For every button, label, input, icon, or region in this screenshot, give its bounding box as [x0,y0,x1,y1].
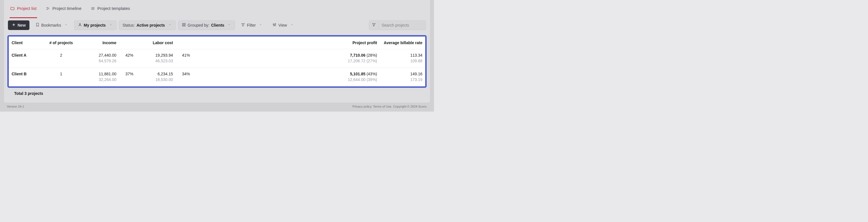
funnel-icon [241,23,245,28]
svg-rect-11 [182,25,183,26]
labor-sec: 18,530.00 [139,77,173,83]
status-filter-button[interactable]: Status: Active projects [119,21,176,30]
timeline-icon [45,6,50,11]
income-pct: 42% [119,49,136,68]
grouped-prefix: Grouped by: [188,23,210,28]
chevron-down-icon [290,23,294,28]
tab-label: Project templates [97,6,130,11]
svg-point-16 [274,25,275,26]
new-label: New [18,23,26,28]
terms-link[interactable]: Terms of Use. [373,105,392,108]
table-row[interactable]: Client B 1 11,881.00 32,264.00 37% 6,234… [9,68,425,87]
chevron-down-icon [227,23,231,28]
filter-button[interactable]: Filter [237,21,267,30]
profit-sec: 17,206.72 (27%) [335,58,377,64]
svg-rect-10 [184,24,185,25]
folder-icon [10,6,15,11]
main-panel: Project list Project timeline Project te… [4,0,430,102]
svg-rect-12 [184,25,185,26]
list-icon [91,6,95,11]
new-button[interactable]: New [8,21,29,30]
table-row[interactable]: Client A 2 27,440.00 64,579.26 42% 19,29… [9,49,425,68]
col-client[interactable]: Client [9,36,45,49]
projects-table: Client # of projects Income Labor cost P… [9,36,425,86]
income-sec: 64,579.26 [80,58,116,64]
plus-icon [11,23,16,28]
profit-main: 5,101.85 (43%) [335,71,377,77]
bookmark-icon [35,23,40,28]
view-label: View [278,23,287,28]
col-labor-cost[interactable]: Labor cost [136,36,176,49]
income-pct: 37% [119,68,136,87]
profit-main: 7,710.06 (28%) [335,53,377,58]
filter-label: Filter [247,23,256,28]
search-container [369,21,426,30]
labor-pct: 34% [176,68,193,87]
chevron-down-icon [64,23,68,28]
footer: Version 24.1 Privacy policy. Terms of Us… [0,102,434,112]
labor-pct: 41% [176,49,193,68]
view-button[interactable]: View [269,21,298,30]
tab-project-list[interactable]: Project list [10,0,37,18]
rate-main: 113.34 [383,53,423,58]
person-icon [78,23,82,28]
rate-sec: 173.19 [383,77,423,83]
income-main: 11,881.00 [80,71,116,77]
tab-label: Project timeline [52,6,82,11]
my-projects-button[interactable]: My projects [74,21,117,30]
toolbar: New Bookmarks My projects Status: Active… [4,18,430,35]
search-filter-icon-button[interactable] [369,21,379,30]
highlighted-table: Client # of projects Income Labor cost P… [7,35,427,88]
col-avg-rate[interactable]: Average billable rate [380,36,425,49]
bookmarks-button[interactable]: Bookmarks [32,21,72,30]
col-income[interactable]: Income [77,36,119,49]
footer-links: Privacy policy. Terms of Use. Copyright … [352,105,427,108]
chevron-down-icon [258,23,263,28]
num-projects: 2 [45,49,77,68]
tab-project-templates[interactable]: Project templates [90,0,131,18]
chevron-down-icon [168,23,172,28]
col-project-profit[interactable]: Project profit [332,36,380,49]
profit-sec: 12,644.00 (39%) [335,77,377,83]
copyright-text: Copyright © 2024 Scoro. [393,105,427,108]
svg-point-14 [273,24,274,25]
version-label: Version 24.1 [7,105,24,108]
labor-sec: 46,523.03 [139,58,173,64]
col-num-projects[interactable]: # of projects [45,36,77,49]
totals-row: Total 3 projects [7,88,427,102]
grouped-by-button[interactable]: Grouped by: Clients [178,21,235,30]
income-main: 27,440.00 [80,53,116,58]
tab-label: Project list [17,6,36,11]
funnel-icon [372,23,376,28]
client-name: Client A [11,53,26,58]
search-input[interactable] [379,21,424,30]
sliders-icon [272,23,277,28]
grouped-value: Clients [211,23,224,28]
status-value: Active projects [136,23,165,28]
rate-sec: 109.88 [383,58,423,64]
svg-point-18 [275,24,276,24]
table-area: Client # of projects Income Labor cost P… [7,35,427,102]
labor-main: 19,293.94 [139,53,173,58]
tab-bar: Project list Project timeline Project te… [4,0,430,18]
rate-main: 149.16 [383,71,423,77]
svg-rect-9 [182,24,183,25]
my-projects-label: My projects [84,23,106,28]
bookmarks-label: Bookmarks [41,23,61,28]
income-sec: 32,264.00 [80,77,116,83]
num-projects: 1 [45,68,77,87]
table-header-row: Client # of projects Income Labor cost P… [9,36,425,49]
chevron-down-icon [109,23,113,28]
labor-main: 6,234.15 [139,71,173,77]
privacy-link[interactable]: Privacy policy. [352,105,372,108]
group-icon [182,23,186,28]
svg-point-8 [79,24,81,25]
tab-project-timeline[interactable]: Project timeline [45,0,82,18]
client-name: Client B [11,72,27,76]
status-prefix: Status: [123,23,135,28]
